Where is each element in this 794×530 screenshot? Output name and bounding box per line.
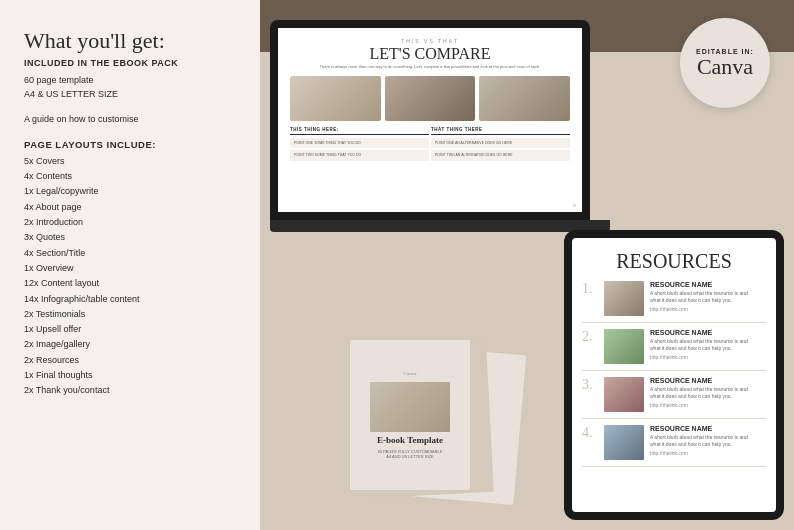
resource-info-2: RESOURCE NAME A short blurb about what t… — [650, 329, 752, 360]
laptop-screen: THIS VS THAT LET'S COMPARE There is alwa… — [278, 28, 582, 212]
resource-info-4: RESOURCE NAME A short blurb about what t… — [650, 425, 752, 456]
ebook-cover-front: Canva E-book Template 60 PAGES FULLY CUS… — [350, 340, 470, 490]
page-number: /5 — [573, 203, 576, 208]
resources-title: RESOURCES — [582, 250, 766, 273]
list-item: 2x Introduction — [24, 215, 236, 230]
list-item: 1x Overview — [24, 261, 236, 276]
compare-col-1-header: THIS THING HERE: — [290, 127, 429, 135]
laptop-mockup: THIS VS THAT LET'S COMPARE There is alwa… — [270, 20, 610, 250]
compare-col-1: THIS THING HERE: POINT ONE SOME THING TH… — [290, 127, 429, 163]
main-container: What you'll get: Included in THE EBOOK P… — [0, 0, 794, 530]
list-item: 2x Thank you/contact — [24, 383, 236, 398]
resource-num-4: 4. — [582, 425, 598, 441]
right-panel: EDITABLE IN: Canva THIS VS THAT LET'S CO… — [260, 0, 794, 530]
resource-desc-2: A short blurb about what the resource is… — [650, 338, 752, 352]
ebook-label: Canva — [404, 371, 417, 376]
compare-col-2: THAT THING THERE POINT ONE AN ALTERNATIV… — [431, 127, 570, 163]
list-item: 1x Legal/copywrite — [24, 184, 236, 199]
canva-badge-main: Canva — [697, 56, 753, 78]
compare-cols: THIS THING HERE: POINT ONE SOME THING TH… — [290, 127, 570, 163]
list-item: 14x Infographic/table content — [24, 292, 236, 307]
resource-name-4: RESOURCE NAME — [650, 425, 752, 432]
resource-img-3 — [604, 377, 644, 412]
resource-desc-4: A short blurb about what the resource is… — [650, 434, 752, 448]
resource-row-2: 2. RESOURCE NAME A short blurb about wha… — [582, 329, 766, 371]
guide-text: A guide on how to customise — [24, 113, 236, 127]
list-item: 1x Final thoughts — [24, 368, 236, 383]
tablet-screen: RESOURCES 1. RESOURCE NAME A short blurb… — [572, 238, 776, 512]
headline: What you'll get: — [24, 28, 236, 54]
resource-img-4 — [604, 425, 644, 460]
compare-images — [290, 76, 570, 121]
compare-col-2-item-1: POINT ONE AN ALTERNATIVE DOES GO HERE — [431, 138, 570, 149]
compare-image-1 — [290, 76, 381, 121]
resource-desc-1: A short blurb about what the resource is… — [650, 290, 752, 304]
resource-row-1: 1. RESOURCE NAME A short blurb about wha… — [582, 281, 766, 323]
layouts-title: PAGE LAYOUTS INCLUDE: — [24, 139, 236, 150]
resource-row-4: 4. RESOURCE NAME A short blurb about wha… — [582, 425, 766, 467]
page-count: 60 page template — [24, 74, 236, 88]
compare-col-1-item-1: POINT ONE SOME THING THAT YOU DO — [290, 138, 429, 149]
tablet-outer: RESOURCES 1. RESOURCE NAME A short blurb… — [564, 230, 784, 520]
list-item: 2x Image/gallery — [24, 337, 236, 352]
compare-col-2-header: THAT THING THERE — [431, 127, 570, 135]
resource-img-1 — [604, 281, 644, 316]
ebook-cover-image — [370, 382, 450, 432]
compare-title: LET'S COMPARE — [290, 46, 570, 62]
tablet-mockup: RESOURCES 1. RESOURCE NAME A short blurb… — [564, 230, 794, 530]
layout-list: 5x Covers 4x Contents 1x Legal/copywrite… — [24, 154, 236, 399]
resource-desc-3: A short blurb about what the resource is… — [650, 386, 752, 400]
compare-col-1-item-2: POINT TWO SOME THING THAT YOU DO — [290, 150, 429, 161]
resource-img-2 — [604, 329, 644, 364]
compare-subtitle: THIS VS THAT — [290, 38, 570, 44]
list-item: 12x Content layout — [24, 276, 236, 291]
list-item: 2x Testimonials — [24, 307, 236, 322]
left-panel: What you'll get: Included in THE EBOOK P… — [0, 0, 260, 530]
list-item: 4x About page — [24, 200, 236, 215]
ebook-stack: Canva E-book Template 60 PAGES FULLY CUS… — [340, 340, 540, 500]
compare-image-2 — [385, 76, 476, 121]
resource-name-2: RESOURCE NAME — [650, 329, 752, 336]
compare-image-3 — [479, 76, 570, 121]
size-info: A4 & US LETTER SIZE — [24, 88, 236, 102]
resource-info-3: RESOURCE NAME A short blurb about what t… — [650, 377, 752, 408]
laptop-screen-outer: THIS VS THAT LET'S COMPARE There is alwa… — [270, 20, 590, 220]
resource-info-1: RESOURCE NAME A short blurb about what t… — [650, 281, 752, 312]
canva-badge: EDITABLE IN: Canva — [680, 18, 770, 108]
list-item: 1x Upsell offer — [24, 322, 236, 337]
compare-body: There is always more than one way to do … — [290, 64, 570, 70]
list-item: 5x Covers — [24, 154, 236, 169]
list-item: 4x Section/Title — [24, 246, 236, 261]
resource-link-3: http://thelink.com — [650, 402, 752, 408]
ebook-title: E-book Template — [377, 436, 443, 446]
list-item: 2x Resources — [24, 353, 236, 368]
list-item: 3x Quotes — [24, 230, 236, 245]
resource-num-1: 1. — [582, 281, 598, 297]
ebook-size: A4 AND US LETTER SIZE — [386, 454, 433, 459]
resource-name-1: RESOURCE NAME — [650, 281, 752, 288]
list-item: 4x Contents — [24, 169, 236, 184]
resource-name-3: RESOURCE NAME — [650, 377, 752, 384]
compare-page: THIS VS THAT LET'S COMPARE There is alwa… — [278, 28, 582, 212]
resource-link-4: http://thelink.com — [650, 450, 752, 456]
included-label: Included in THE EBOOK PACK — [24, 58, 236, 68]
resource-num-3: 3. — [582, 377, 598, 393]
laptop-base — [270, 220, 610, 232]
resource-link-2: http://thelink.com — [650, 354, 752, 360]
resource-link-1: http://thelink.com — [650, 306, 752, 312]
compare-col-2-item-2: POINT TWO AN ALTERNATIVE DOES GO HERE — [431, 150, 570, 161]
resource-row-3: 3. RESOURCE NAME A short blurb about wha… — [582, 377, 766, 419]
resource-num-2: 2. — [582, 329, 598, 345]
resources-page: RESOURCES 1. RESOURCE NAME A short blurb… — [572, 238, 776, 485]
